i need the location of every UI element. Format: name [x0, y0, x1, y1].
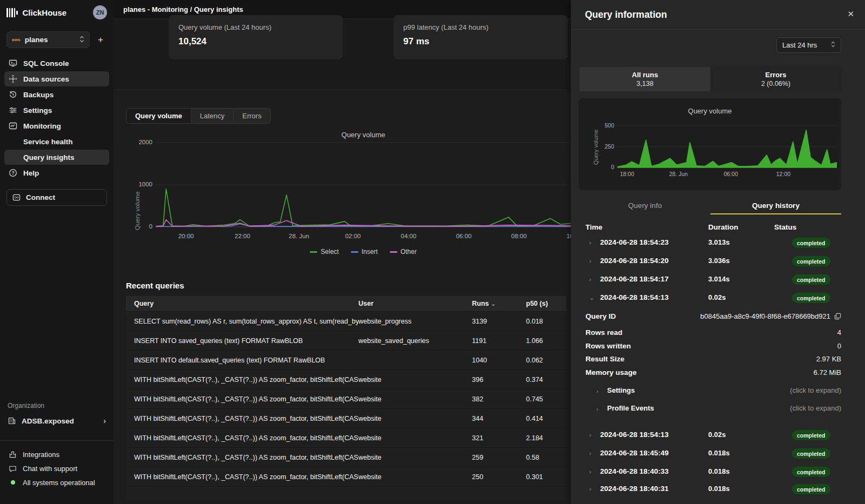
sql-console-icon: [9, 59, 17, 68]
chevron-right-icon[interactable]: ›: [589, 432, 591, 438]
chevron-right-icon[interactable]: ›: [589, 450, 591, 456]
detail-value-text: 0: [837, 342, 841, 350]
cell-runs: 250: [472, 473, 526, 481]
history-row[interactable]: ⌄2024-06-28 18:54:130.02scompleted: [580, 291, 841, 307]
time-range-select[interactable]: Last 24 hrs: [776, 37, 841, 53]
tab-query-history[interactable]: Query history: [710, 198, 841, 214]
copy-icon[interactable]: [834, 313, 841, 320]
table-row[interactable]: WITH bitShiftLeft(CAST(?..), _CAST(?..))…: [126, 467, 567, 486]
stat-label: Query volume (Last 24 hours): [178, 23, 333, 31]
history-duration: 0.02s: [708, 431, 726, 439]
table-row[interactable]: SELECT sum(read_rows) AS r, sum(total_ro…: [126, 311, 567, 331]
cell-query: WITH bitShiftLeft(CAST(?..), _CAST(?..))…: [126, 454, 358, 461]
chevron-right-icon[interactable]: ›: [589, 258, 591, 264]
col-p50[interactable]: p50 (s): [526, 300, 567, 307]
service-selector-row: aws planes +: [6, 31, 107, 48]
cell-p50: 0.414: [526, 415, 567, 422]
legend-item-insert[interactable]: Insert: [351, 248, 378, 256]
history-row[interactable]: ›2024-06-28 18:54:173.014scompleted: [580, 273, 841, 289]
footer-item-label: Chat with support: [23, 465, 77, 473]
stat-value: 97 ms: [403, 36, 558, 47]
backups-icon: [9, 90, 17, 99]
history-duration: 3.014s: [708, 275, 730, 283]
legend-swatch: [351, 251, 358, 253]
expander-profile-events[interactable]: ›Profile Events(click to expand): [580, 404, 841, 415]
sidebar-divider: [0, 440, 114, 441]
status-badge: completed: [792, 293, 830, 303]
history-row[interactable]: ›2024-06-28 18:45:490.018scompleted: [580, 447, 841, 463]
table-row[interactable]: WITH bitShiftLeft(CAST(?..), _CAST(?..))…: [126, 389, 567, 408]
cell-p50: 2.184: [526, 434, 567, 442]
sidebar-item-monitoring[interactable]: Monitoring: [4, 118, 109, 133]
detail-value-text: b0845aa9-a8c9-49f0-8f68-e678669bd921: [700, 312, 830, 320]
legend-item-select[interactable]: Select: [310, 248, 338, 256]
tab-query-volume[interactable]: Query volume: [127, 109, 191, 123]
recent-queries-body: SELECT sum(read_rows) AS r, sum(total_ro…: [126, 311, 567, 486]
table-row[interactable]: WITH bitShiftLeft(CAST(?..), _CAST(?..))…: [126, 447, 567, 467]
col-query[interactable]: Query: [126, 300, 358, 307]
table-row[interactable]: WITH bitShiftLeft(CAST(?..), _CAST(?..))…: [126, 408, 567, 428]
sidebar-item-query-insights[interactable]: Query insights: [4, 150, 109, 165]
panel-titlebar: Query information ✕: [571, 0, 865, 30]
service-selector[interactable]: aws planes: [6, 31, 90, 48]
monitoring-icon: [9, 122, 17, 130]
history-row[interactable]: ›2024-06-28 18:54:130.02scompleted: [580, 428, 841, 445]
add-service-button[interactable]: +: [94, 33, 107, 46]
xtick-label: 04:00: [392, 233, 425, 239]
sidebar-item-settings[interactable]: Settings: [4, 103, 109, 118]
main-chart[interactable]: [156, 142, 571, 227]
chevron-right-icon: ›: [596, 388, 598, 394]
breadcrumb: planes - Monitoring / Query insights: [123, 5, 243, 14]
col-runs[interactable]: Runs ⌄: [472, 300, 526, 307]
xtick-label: 08:00: [503, 233, 535, 239]
chevron-right-icon: ›: [103, 416, 106, 425]
cell-runs: 1040: [472, 357, 526, 364]
sidebar-item-backups[interactable]: Backups: [4, 87, 109, 102]
connect-button[interactable]: Connect: [6, 189, 107, 206]
sidebar-item-data-sources[interactable]: Data sources: [4, 71, 109, 86]
footer-item-all-systems-operational[interactable]: All systems operational: [4, 475, 109, 489]
organization-name: ADSB.exposed: [22, 417, 98, 425]
col-user[interactable]: User: [358, 300, 472, 307]
history-time: 2024-06-28 18:54:17: [600, 275, 669, 283]
main-chart-legend: SelectInsertOther: [156, 248, 571, 256]
table-row[interactable]: INSERT INTO saved_queries (text) FORMAT …: [126, 331, 567, 350]
ytick-label: 0: [599, 164, 614, 170]
footer-item-integrations[interactable]: Integrations: [4, 447, 109, 461]
chevron-right-icon[interactable]: ›: [589, 239, 591, 246]
status-badge: completed: [792, 430, 830, 440]
tab-errors[interactable]: Errors: [234, 109, 270, 123]
history-row[interactable]: ›2024-06-28 18:54:233.013scompleted: [580, 236, 841, 252]
legend-item-other[interactable]: Other: [390, 248, 417, 256]
history-row[interactable]: ›2024-06-28 18:40:310.018scompleted: [580, 482, 841, 499]
table-row[interactable]: WITH bitShiftLeft(CAST(?..), _CAST(?..))…: [126, 428, 567, 447]
expander-settings[interactable]: ›Settings(click to expand): [580, 386, 841, 397]
user-avatar[interactable]: ZN: [93, 5, 107, 19]
panel-chart[interactable]: [617, 125, 837, 168]
cell-query: INSERT INTO saved_queries (text) FORMAT …: [126, 337, 358, 345]
tab-latency[interactable]: Latency: [191, 109, 234, 123]
table-row[interactable]: INSERT INTO default.saved_queries (text)…: [126, 350, 567, 369]
chevron-right-icon[interactable]: ›: [589, 468, 591, 475]
history-row[interactable]: ›2024-06-28 18:40:330.018scompleted: [580, 465, 841, 481]
close-icon[interactable]: ✕: [847, 9, 854, 19]
sidebar-item-help[interactable]: ?Help: [4, 165, 109, 180]
sidebar-item-sql-console[interactable]: SQL Console: [4, 56, 109, 71]
sidebar-item-service-health[interactable]: Service health: [4, 134, 109, 149]
chevron-down-icon[interactable]: ⌄: [589, 294, 594, 301]
history-row[interactable]: ›2024-06-28 18:54:203.036scompleted: [580, 254, 841, 271]
segment-errors[interactable]: Errors 2 (0.06%): [710, 67, 841, 91]
tab-query-info[interactable]: Query info: [580, 198, 710, 214]
organization-item[interactable]: ADSB.exposed ›: [4, 414, 109, 428]
xtick-label: 28. Jun: [664, 171, 693, 177]
table-row[interactable]: WITH bitShiftLeft(CAST(?..), _CAST(?..))…: [126, 369, 567, 389]
cell-runs: 396: [472, 376, 526, 384]
detail-value-text: 2.97 KB: [816, 355, 841, 363]
history-time: 2024-06-28 18:54:20: [600, 257, 669, 265]
runs-errors-segments: All runs 3,138 Errors 2 (0.06%): [580, 67, 841, 91]
logo-row: ClickHouse ZN: [0, 0, 114, 24]
segment-all-runs[interactable]: All runs 3,138: [580, 67, 710, 91]
chevron-right-icon[interactable]: ›: [589, 486, 591, 492]
footer-item-chat-with-support[interactable]: Chat with support: [4, 461, 109, 475]
chevron-right-icon[interactable]: ›: [589, 276, 591, 283]
